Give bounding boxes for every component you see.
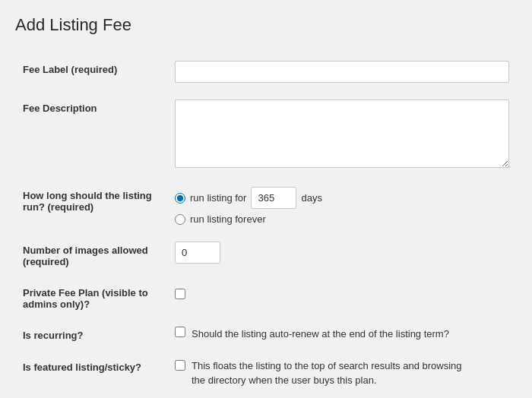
run-days-label: run listing for	[190, 192, 246, 204]
is-recurring-option: Should the listing auto-renew at the end…	[175, 327, 509, 342]
run-forever-radio[interactable]	[175, 214, 185, 225]
run-forever-label: run listing forever	[190, 213, 266, 225]
is-recurring-row: Is recurring? Should the listing auto-re…	[15, 319, 517, 351]
fee-description-label: Fee Description	[23, 103, 97, 114]
days-unit-label: days	[301, 192, 321, 204]
run-days-radio[interactable]	[175, 193, 185, 204]
private-fee-row: Private Fee Plan (visible to admins only…	[15, 276, 517, 319]
fee-label-label: Fee Label (required)	[23, 64, 117, 75]
listing-run-options: run listing for days run listing forever	[175, 187, 509, 225]
fee-description-row: Fee Description	[15, 92, 517, 179]
is-featured-checkbox[interactable]	[175, 360, 185, 371]
is-featured-row: Is featured listing/sticky? This floats …	[15, 351, 517, 397]
run-forever-option: run listing forever	[175, 213, 509, 225]
images-allowed-label: Number of images allowed (required)	[23, 245, 148, 267]
listing-run-row: How long should the listing run? (requir…	[15, 179, 517, 234]
is-recurring-label: Is recurring?	[23, 330, 83, 341]
images-allowed-input[interactable]	[175, 242, 220, 264]
fee-label-row: Fee Label (required)	[15, 53, 517, 92]
fee-label-input[interactable]	[175, 61, 509, 83]
is-recurring-checkbox[interactable]	[175, 327, 185, 337]
listing-run-label: How long should the listing run? (requir…	[23, 190, 152, 213]
fee-description-textarea[interactable]	[175, 100, 509, 168]
is-featured-option: This floats the listing to the top of se…	[175, 359, 509, 388]
images-allowed-row: Number of images allowed (required)	[15, 234, 517, 276]
is-recurring-description: Should the listing auto-renew at the end…	[192, 327, 449, 342]
is-featured-label: Is featured listing/sticky?	[23, 362, 141, 373]
form-table: Fee Label (required) Fee Description How…	[15, 53, 517, 397]
run-days-option: run listing for days	[175, 187, 509, 209]
days-input[interactable]	[251, 187, 296, 209]
is-featured-description: This floats the listing to the top of se…	[192, 359, 473, 388]
private-fee-checkbox[interactable]	[175, 289, 185, 299]
page-title: Add Listing Fee	[15, 15, 517, 35]
private-fee-label: Private Fee Plan (visible to admins only…	[23, 287, 148, 310]
